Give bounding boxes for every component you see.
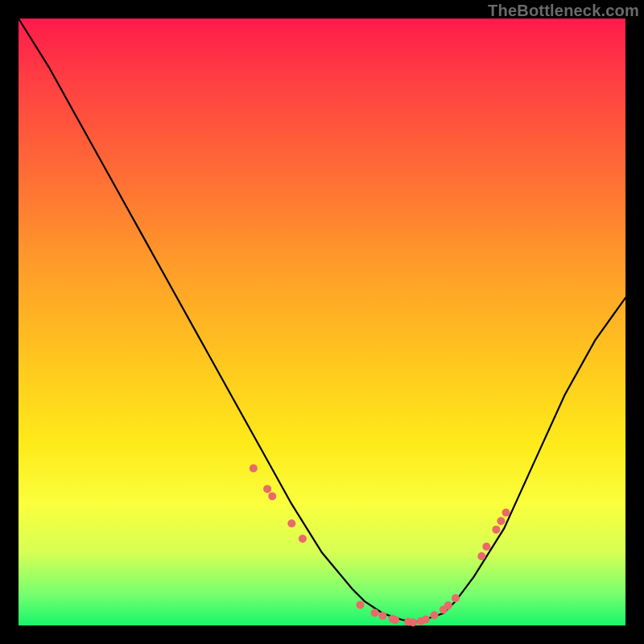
highlight-dot <box>378 612 386 620</box>
chart-frame: TheBottleneck.com <box>0 0 644 644</box>
highlight-dot <box>263 485 271 493</box>
highlight-dot <box>497 517 505 525</box>
plot-area <box>19 19 625 625</box>
highlight-dot <box>287 519 295 527</box>
highlight-dot <box>422 616 430 624</box>
highlight-dot <box>357 601 365 609</box>
highlight-dot <box>268 492 276 500</box>
highlight-dot <box>482 543 490 551</box>
highlight-dots <box>250 464 510 627</box>
highlight-dot <box>409 618 417 626</box>
highlight-dot <box>477 552 485 560</box>
highlight-dot <box>502 509 510 517</box>
curve-layer <box>19 19 625 625</box>
bottleneck-curve <box>19 19 625 622</box>
highlight-dot <box>444 601 452 609</box>
highlight-dot <box>250 464 258 473</box>
highlight-dot <box>492 526 500 534</box>
highlight-dot <box>391 616 399 624</box>
highlight-dot <box>299 535 307 543</box>
highlight-dot <box>371 609 379 617</box>
highlight-dot <box>431 611 439 619</box>
watermark-text: TheBottleneck.com <box>488 2 639 20</box>
highlight-dot <box>452 594 460 602</box>
